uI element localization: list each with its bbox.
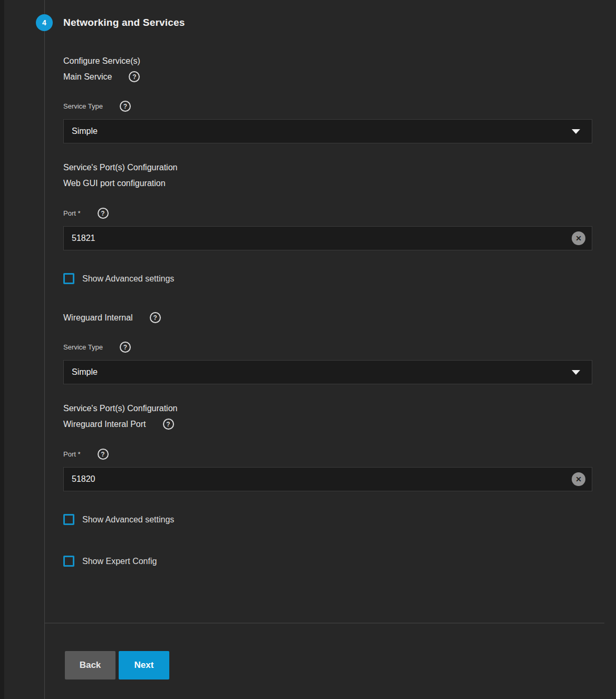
service-type-label: Service Type	[63, 342, 103, 353]
port-label: Port *	[63, 449, 81, 460]
wireguard-internal-label: Wireguard Internal	[63, 311, 133, 324]
wireguard-service-type-row: Service Type ?	[63, 342, 584, 353]
chevron-down-icon	[572, 129, 580, 134]
main-service-label: Main Service	[63, 70, 112, 83]
wireguard-service-type-select[interactable]: Simple	[63, 360, 592, 384]
footer-buttons: Back Next	[65, 651, 169, 679]
ports-config-heading: Service's Port(s) Configuration	[63, 161, 584, 174]
service-type-row: Service Type ?	[63, 101, 584, 112]
main-service-type-select[interactable]: Simple	[63, 119, 592, 143]
left-edge-strip	[0, 0, 4, 699]
footer-divider	[45, 623, 604, 624]
help-icon[interactable]: ?	[120, 101, 131, 112]
help-icon[interactable]: ?	[120, 342, 131, 353]
help-icon[interactable]: ?	[98, 208, 109, 219]
back-button[interactable]: Back	[65, 651, 116, 679]
show-expert-config-checkbox-row[interactable]: Show Expert Config	[63, 556, 584, 567]
step-number-badge[interactable]: 4	[36, 14, 53, 31]
chevron-down-icon	[572, 370, 580, 375]
step-content: Configure Service(s) Main Service ? Serv…	[63, 0, 584, 567]
main-service-type-selected-value: Simple	[72, 127, 98, 136]
help-icon[interactable]: ?	[98, 449, 109, 460]
stepper-vertical-line	[44, 0, 45, 699]
wizard-step-panel: 4 Networking and Services Configure Serv…	[0, 0, 616, 699]
configure-services-heading: Configure Service(s)	[63, 54, 584, 67]
port-label-row: Port * ?	[63, 208, 584, 219]
clear-input-icon[interactable]: ✕	[572, 231, 585, 245]
main-service-header: Main Service ?	[63, 70, 584, 83]
help-icon[interactable]: ?	[163, 419, 174, 430]
wireguard-show-advanced-checkbox-row[interactable]: Show Advanced settings	[63, 514, 584, 525]
web-gui-port-field: ✕	[63, 226, 592, 250]
help-icon[interactable]: ?	[150, 312, 161, 323]
next-button[interactable]: Next	[119, 651, 169, 679]
wireguard-internal-header: Wireguard Internal ?	[63, 311, 584, 324]
wireguard-port-input[interactable]	[72, 474, 592, 484]
show-advanced-label: Show Advanced settings	[82, 515, 174, 525]
port-label: Port *	[63, 208, 81, 219]
wireguard-ports-config-heading: Service's Port(s) Configuration	[63, 402, 584, 415]
wireguard-port-field: ✕	[63, 467, 592, 491]
checkbox-icon[interactable]	[63, 273, 74, 284]
service-type-label: Service Type	[63, 101, 103, 112]
show-advanced-label: Show Advanced settings	[82, 274, 174, 284]
clear-input-icon[interactable]: ✕	[572, 472, 585, 486]
wireguard-service-type-selected-value: Simple	[72, 367, 98, 377]
checkbox-icon[interactable]	[63, 556, 74, 567]
web-gui-port-subheading: Web GUI port configuration	[63, 177, 584, 190]
web-gui-port-input[interactable]	[72, 234, 592, 243]
help-icon[interactable]: ?	[129, 71, 140, 82]
wireguard-port-subheading-row: Wireguard Interal Port ?	[63, 418, 584, 431]
wireguard-port-label-row: Port * ?	[63, 449, 584, 460]
checkbox-icon[interactable]	[63, 514, 74, 525]
wireguard-port-subheading: Wireguard Interal Port	[63, 418, 146, 431]
show-expert-config-label: Show Expert Config	[82, 557, 157, 566]
main-show-advanced-checkbox-row[interactable]: Show Advanced settings	[63, 273, 584, 284]
